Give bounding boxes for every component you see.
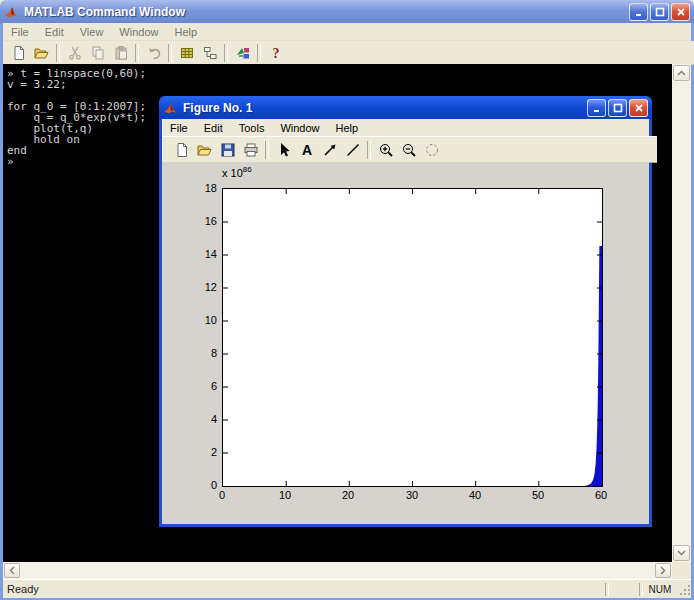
scroll-left-button[interactable] — [4, 563, 20, 578]
figure-menu-window[interactable]: Window — [272, 120, 327, 136]
scroll-down-button[interactable] — [673, 545, 690, 561]
svg-text:?: ? — [272, 46, 279, 61]
toolbar-separator — [135, 44, 139, 62]
matlab-logo-icon — [4, 5, 19, 19]
main-menu-file[interactable]: File — [3, 24, 37, 40]
x-tick-label: 50 — [525, 489, 551, 501]
status-ready-text: Ready — [3, 583, 39, 595]
figure-menu-tools[interactable]: Tools — [231, 120, 273, 136]
y-tick-label: 10 — [189, 314, 217, 326]
copy-icon[interactable] — [86, 42, 109, 63]
desktop: MATLAB Command Window File Edit View Win… — [0, 0, 694, 600]
figure-toolbar: A — [162, 136, 657, 163]
console-line: v = 3.22; — [7, 79, 672, 90]
horizontal-scrollbar[interactable] — [3, 562, 672, 579]
y-tick-label: 2 — [189, 446, 217, 458]
toolbar-separator — [265, 141, 269, 159]
figure-border-right — [649, 119, 652, 527]
undo-icon[interactable] — [142, 42, 165, 63]
console-line: » t = linspace(0,60); — [7, 68, 672, 79]
figure-menu-edit[interactable]: Edit — [196, 120, 231, 136]
figure-maximize-button[interactable] — [608, 99, 627, 117]
scroll-up-button[interactable] — [673, 65, 690, 81]
toolbar-separator — [224, 44, 228, 62]
add-arrow-icon[interactable] — [318, 139, 341, 160]
y-tick-label: 16 — [189, 215, 217, 227]
figure-close-button[interactable] — [629, 99, 648, 117]
tick-marks — [223, 189, 602, 486]
add-text-icon[interactable]: A — [295, 139, 318, 160]
svg-text:A: A — [301, 142, 311, 158]
zoom-out-icon[interactable] — [397, 139, 420, 160]
y-axis-exponent-label: x 1086 — [222, 165, 252, 179]
status-num-indicator: NUM — [643, 584, 677, 595]
main-close-button[interactable] — [671, 3, 690, 21]
toolbar-separator — [367, 141, 371, 159]
x-tick-label: 40 — [462, 489, 488, 501]
main-toolbar: ? — [3, 41, 694, 65]
x-tick-label: 30 — [399, 489, 425, 501]
add-line-icon[interactable] — [341, 139, 364, 160]
figure-border-bottom — [159, 524, 652, 527]
x-tick-label: 60 — [588, 489, 614, 501]
main-menubar: File Edit View Window Help — [3, 23, 691, 41]
main-minimize-button[interactable] — [629, 3, 648, 21]
y-tick-label: 8 — [189, 347, 217, 359]
y-tick-label: 12 — [189, 281, 217, 293]
x-tick-label: 10 — [272, 489, 298, 501]
rotate-3d-icon[interactable] — [420, 139, 443, 160]
new-figure-icon[interactable] — [170, 139, 193, 160]
y-tick-label: 14 — [189, 248, 217, 260]
path-browser-icon[interactable] — [198, 42, 221, 63]
zoom-in-icon[interactable] — [374, 139, 397, 160]
pointer-icon[interactable] — [272, 139, 295, 160]
toolbar-separator — [257, 44, 261, 62]
open-file-icon[interactable] — [30, 42, 53, 63]
matlab-logo-icon — [163, 101, 178, 115]
toolbar-separator — [168, 44, 172, 62]
figure-window[interactable]: Figure No. 1 File Edit Tools Window Help… — [159, 96, 652, 527]
figure-menubar: File Edit Tools Window Help — [162, 119, 649, 136]
scroll-right-button[interactable] — [655, 563, 671, 578]
new-script-icon[interactable] — [7, 42, 30, 63]
open-file-icon[interactable] — [193, 139, 216, 160]
vertical-scrollbar[interactable] — [672, 64, 691, 562]
status-separator — [605, 583, 609, 596]
figure-menu-help[interactable]: Help — [328, 120, 367, 136]
main-window-title: MATLAB Command Window — [24, 5, 624, 19]
figure-titlebar[interactable]: Figure No. 1 — [159, 96, 652, 119]
x-tick-label: 0 — [209, 489, 235, 501]
x-tick-label: 20 — [335, 489, 361, 501]
print-icon[interactable] — [239, 139, 262, 160]
workspace-browser-icon[interactable] — [175, 42, 198, 63]
figure-window-title: Figure No. 1 — [183, 101, 582, 115]
main-menu-edit[interactable]: Edit — [37, 24, 72, 40]
save-icon[interactable] — [216, 139, 239, 160]
toolbar-separator — [56, 44, 60, 62]
figure-minimize-button[interactable] — [587, 99, 606, 117]
y-tick-label: 18 — [189, 182, 217, 194]
figure-menu-file[interactable]: File — [162, 120, 196, 136]
curve-fill-exponential-spike — [585, 246, 603, 486]
simulink-icon[interactable] — [231, 42, 254, 63]
y-tick-label: 6 — [189, 380, 217, 392]
main-titlebar[interactable]: MATLAB Command Window — [0, 0, 694, 23]
main-statusbar: Ready NUM — [3, 579, 691, 598]
resize-grip[interactable] — [677, 582, 691, 596]
cut-icon[interactable] — [63, 42, 86, 63]
paste-icon[interactable] — [109, 42, 132, 63]
help-icon[interactable]: ? — [264, 42, 287, 63]
plot-area[interactable] — [222, 188, 603, 487]
main-menu-window[interactable]: Window — [111, 24, 166, 40]
main-menu-view[interactable]: View — [72, 24, 112, 40]
main-menu-help[interactable]: Help — [166, 24, 205, 40]
y-tick-label: 4 — [189, 413, 217, 425]
plot-svg — [223, 189, 602, 486]
main-maximize-button[interactable] — [650, 3, 669, 21]
